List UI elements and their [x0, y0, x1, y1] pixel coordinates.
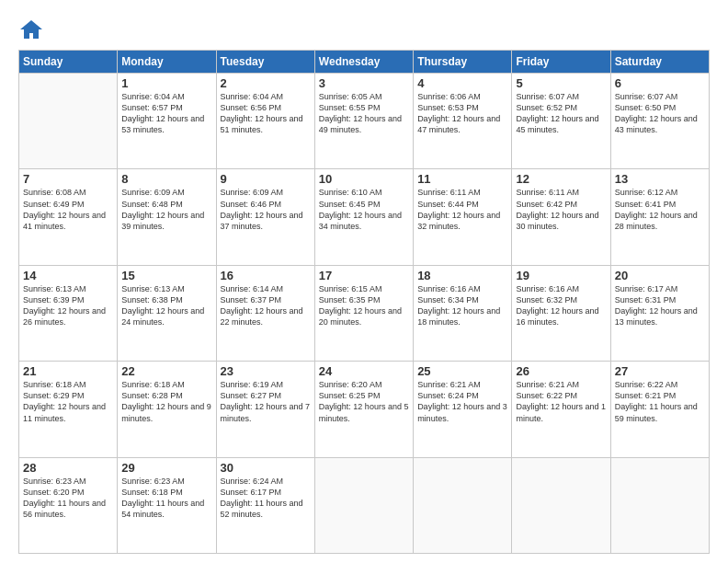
daylight-label: Daylight: 12 hours and 32 minutes.	[417, 211, 500, 231]
sunrise-label: Sunrise: 6:14 AM	[221, 284, 284, 293]
sunrise-label: Sunrise: 6:22 AM	[615, 380, 678, 389]
calendar-cell: 4Sunrise: 6:06 AMSunset: 6:53 PMDaylight…	[414, 74, 512, 169]
day-info: Sunrise: 6:21 AMSunset: 6:24 PMDaylight:…	[417, 379, 507, 424]
daylight-label: Daylight: 12 hours and 1 minute.	[516, 402, 606, 422]
weekday-header-row: SundayMondayTuesdayWednesdayThursdayFrid…	[19, 51, 710, 74]
day-number: 15	[121, 269, 211, 282]
day-number: 28	[23, 461, 113, 475]
sunset-label: Sunset: 6:27 PM	[221, 391, 282, 400]
daylight-label: Daylight: 12 hours and 53 minutes.	[121, 114, 204, 134]
day-number: 5	[516, 76, 606, 90]
day-info: Sunrise: 6:16 AMSunset: 6:32 PMDaylight:…	[516, 283, 606, 328]
day-number: 18	[417, 269, 507, 282]
sunrise-label: Sunrise: 6:10 AM	[319, 188, 382, 197]
sunrise-label: Sunrise: 6:06 AM	[417, 92, 481, 101]
calendar-cell	[610, 457, 709, 553]
logo-icon	[18, 17, 44, 42]
daylight-label: Daylight: 11 hours and 56 minutes.	[23, 499, 106, 519]
sunset-label: Sunset: 6:55 PM	[319, 103, 381, 112]
sunset-label: Sunset: 6:22 PM	[516, 391, 577, 400]
day-number: 9	[221, 172, 311, 186]
day-number: 11	[417, 172, 507, 186]
logo	[18, 17, 48, 42]
day-info: Sunrise: 6:10 AMSunset: 6:45 PMDaylight:…	[319, 187, 409, 232]
calendar-cell: 20Sunrise: 6:17 AMSunset: 6:31 PMDayligh…	[610, 265, 709, 361]
sunset-label: Sunset: 6:39 PM	[23, 295, 85, 304]
calendar-cell: 15Sunrise: 6:13 AMSunset: 6:38 PMDayligh…	[118, 265, 216, 361]
sunset-label: Sunset: 6:44 PM	[417, 200, 479, 209]
sunset-label: Sunset: 6:42 PM	[516, 200, 577, 209]
sunrise-label: Sunrise: 6:05 AM	[319, 92, 382, 101]
weekday-header: Monday	[118, 51, 216, 74]
calendar-cell: 3Sunrise: 6:05 AMSunset: 6:55 PMDaylight…	[314, 74, 413, 169]
daylight-label: Daylight: 12 hours and 45 minutes.	[516, 114, 598, 134]
daylight-label: Daylight: 12 hours and 41 minutes.	[23, 211, 106, 231]
calendar-cell: 5Sunrise: 6:07 AMSunset: 6:52 PMDaylight…	[512, 74, 610, 169]
day-info: Sunrise: 6:11 AMSunset: 6:42 PMDaylight:…	[516, 187, 606, 232]
daylight-label: Daylight: 12 hours and 49 minutes.	[319, 114, 402, 134]
sunrise-label: Sunrise: 6:11 AM	[417, 188, 481, 197]
sunset-label: Sunset: 6:50 PM	[615, 103, 677, 112]
sunset-label: Sunset: 6:57 PM	[121, 103, 183, 112]
sunrise-label: Sunrise: 6:16 AM	[417, 284, 481, 293]
day-info: Sunrise: 6:22 AMSunset: 6:21 PMDaylight:…	[615, 379, 705, 424]
sunrise-label: Sunrise: 6:23 AM	[23, 477, 86, 486]
day-info: Sunrise: 6:16 AMSunset: 6:34 PMDaylight:…	[417, 283, 507, 328]
calendar-cell: 6Sunrise: 6:07 AMSunset: 6:50 PMDaylight…	[610, 74, 709, 169]
day-info: Sunrise: 6:18 AMSunset: 6:28 PMDaylight:…	[121, 379, 211, 424]
sunrise-label: Sunrise: 6:18 AM	[23, 380, 86, 389]
day-info: Sunrise: 6:09 AMSunset: 6:48 PMDaylight:…	[121, 187, 211, 232]
sunset-label: Sunset: 6:28 PM	[121, 391, 183, 400]
daylight-label: Daylight: 12 hours and 26 minutes.	[23, 306, 106, 327]
calendar-cell: 29Sunrise: 6:23 AMSunset: 6:18 PMDayligh…	[118, 457, 216, 553]
calendar-cell: 7Sunrise: 6:08 AMSunset: 6:49 PMDaylight…	[19, 169, 118, 265]
sunset-label: Sunset: 6:24 PM	[417, 391, 479, 400]
sunrise-label: Sunrise: 6:12 AM	[615, 188, 678, 197]
sunrise-label: Sunrise: 6:16 AM	[516, 284, 579, 293]
daylight-label: Daylight: 12 hours and 7 minutes.	[221, 402, 311, 422]
sunrise-label: Sunrise: 6:07 AM	[516, 92, 579, 101]
calendar-cell: 25Sunrise: 6:21 AMSunset: 6:24 PMDayligh…	[414, 362, 512, 457]
day-number: 13	[615, 172, 705, 186]
day-info: Sunrise: 6:21 AMSunset: 6:22 PMDaylight:…	[516, 379, 606, 424]
day-info: Sunrise: 6:19 AMSunset: 6:27 PMDaylight:…	[221, 379, 311, 424]
sunrise-label: Sunrise: 6:24 AM	[221, 477, 284, 486]
daylight-label: Daylight: 12 hours and 5 minutes.	[319, 402, 409, 422]
day-number: 29	[121, 461, 211, 475]
calendar-cell: 14Sunrise: 6:13 AMSunset: 6:39 PMDayligh…	[19, 265, 118, 361]
daylight-label: Daylight: 11 hours and 59 minutes.	[615, 402, 698, 422]
weekday-header: Tuesday	[216, 51, 314, 74]
day-info: Sunrise: 6:06 AMSunset: 6:53 PMDaylight:…	[417, 91, 507, 136]
daylight-label: Daylight: 12 hours and 13 minutes.	[615, 306, 698, 327]
day-info: Sunrise: 6:18 AMSunset: 6:29 PMDaylight:…	[23, 379, 113, 424]
header	[18, 17, 710, 42]
day-number: 25	[417, 364, 507, 378]
sunset-label: Sunset: 6:41 PM	[615, 200, 677, 209]
weekday-header: Sunday	[19, 51, 118, 74]
sunset-label: Sunset: 6:29 PM	[23, 391, 85, 400]
calendar: SundayMondayTuesdayWednesdayThursdayFrid…	[18, 50, 710, 554]
sunset-label: Sunset: 6:31 PM	[615, 295, 677, 304]
daylight-label: Daylight: 12 hours and 22 minutes.	[221, 306, 303, 327]
daylight-label: Daylight: 12 hours and 3 minutes.	[417, 402, 507, 422]
daylight-label: Daylight: 12 hours and 51 minutes.	[221, 114, 303, 134]
calendar-cell: 21Sunrise: 6:18 AMSunset: 6:29 PMDayligh…	[19, 362, 118, 457]
sunrise-label: Sunrise: 6:13 AM	[121, 284, 185, 293]
daylight-label: Daylight: 12 hours and 43 minutes.	[615, 114, 698, 134]
calendar-cell	[19, 74, 118, 169]
day-number: 19	[516, 269, 606, 282]
calendar-cell: 11Sunrise: 6:11 AMSunset: 6:44 PMDayligh…	[414, 169, 512, 265]
daylight-label: Daylight: 12 hours and 11 minutes.	[23, 402, 106, 422]
day-info: Sunrise: 6:24 AMSunset: 6:17 PMDaylight:…	[221, 476, 311, 521]
sunrise-label: Sunrise: 6:23 AM	[121, 477, 185, 486]
day-number: 23	[221, 364, 311, 378]
day-info: Sunrise: 6:05 AMSunset: 6:55 PMDaylight:…	[319, 91, 409, 136]
calendar-week-row: 7Sunrise: 6:08 AMSunset: 6:49 PMDaylight…	[19, 169, 710, 265]
daylight-label: Daylight: 12 hours and 28 minutes.	[615, 211, 698, 231]
sunrise-label: Sunrise: 6:17 AM	[615, 284, 678, 293]
page: SundayMondayTuesdayWednesdayThursdayFrid…	[0, 0, 728, 563]
sunset-label: Sunset: 6:34 PM	[417, 295, 479, 304]
sunrise-label: Sunrise: 6:18 AM	[121, 380, 185, 389]
sunrise-label: Sunrise: 6:09 AM	[221, 188, 284, 197]
sunrise-label: Sunrise: 6:21 AM	[516, 380, 579, 389]
